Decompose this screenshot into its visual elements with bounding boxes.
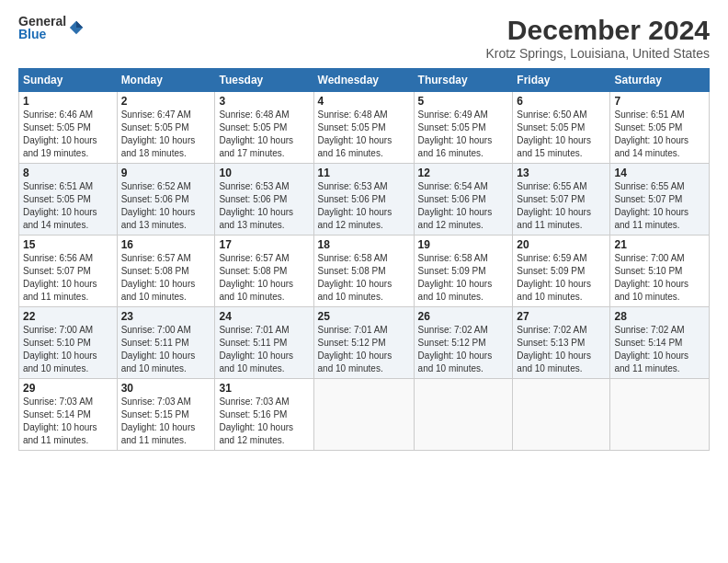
table-row: 6 Sunrise: 6:50 AMSunset: 5:05 PMDayligh…: [513, 92, 610, 164]
day-number: 5: [418, 95, 509, 108]
day-number: 29: [23, 382, 113, 395]
day-number: 14: [614, 167, 705, 179]
day-number: 16: [121, 238, 211, 251]
day-number: 11: [318, 167, 410, 179]
table-row: 9 Sunrise: 6:52 AMSunset: 5:06 PMDayligh…: [117, 164, 215, 236]
day-number: 17: [219, 238, 309, 251]
table-row: 22 Sunrise: 7:00 AMSunset: 5:10 PMDaylig…: [19, 307, 118, 379]
calendar-week-4: 22 Sunrise: 7:00 AMSunset: 5:10 PMDaylig…: [19, 307, 710, 379]
table-row: [313, 379, 414, 451]
table-row: 14 Sunrise: 6:55 AMSunset: 5:07 PMDaylig…: [610, 164, 710, 236]
calendar-week-5: 29 Sunrise: 7:03 AMSunset: 5:14 PMDaylig…: [19, 379, 710, 451]
table-row: 28 Sunrise: 7:02 AMSunset: 5:14 PMDaylig…: [610, 307, 710, 379]
table-row: 1 Sunrise: 6:46 AMSunset: 5:05 PMDayligh…: [19, 92, 118, 164]
day-info: Sunrise: 7:00 AMSunset: 5:11 PMDaylight:…: [121, 325, 196, 373]
table-row: 25 Sunrise: 7:01 AMSunset: 5:12 PMDaylig…: [313, 307, 414, 379]
day-info: Sunrise: 6:59 AMSunset: 5:09 PMDaylight:…: [517, 253, 591, 302]
day-number: 1: [23, 95, 113, 108]
day-info: Sunrise: 7:02 AMSunset: 5:12 PMDaylight:…: [418, 325, 493, 373]
day-number: 12: [418, 167, 509, 179]
header-tuesday: Tuesday: [215, 69, 313, 92]
day-number: 3: [219, 95, 309, 108]
day-info: Sunrise: 6:53 AMSunset: 5:06 PMDaylight:…: [318, 181, 392, 230]
table-row: 19 Sunrise: 6:58 AMSunset: 5:09 PMDaylig…: [414, 236, 513, 307]
day-number: 21: [614, 238, 705, 251]
day-number: 24: [219, 310, 309, 323]
day-info: Sunrise: 7:02 AMSunset: 5:14 PMDaylight:…: [614, 325, 688, 373]
table-row: 13 Sunrise: 6:55 AMSunset: 5:07 PMDaylig…: [513, 164, 610, 236]
day-number: 25: [318, 310, 410, 323]
table-row: 24 Sunrise: 7:01 AMSunset: 5:11 PMDaylig…: [215, 307, 313, 379]
day-info: Sunrise: 6:57 AMSunset: 5:08 PMDaylight:…: [121, 253, 196, 302]
day-info: Sunrise: 6:49 AMSunset: 5:05 PMDaylight:…: [418, 109, 493, 158]
day-info: Sunrise: 7:03 AMSunset: 5:15 PMDaylight:…: [121, 396, 196, 445]
day-info: Sunrise: 7:00 AMSunset: 5:10 PMDaylight:…: [614, 253, 688, 302]
table-row: 29 Sunrise: 7:03 AMSunset: 5:14 PMDaylig…: [19, 379, 118, 451]
day-info: Sunrise: 6:52 AMSunset: 5:06 PMDaylight:…: [121, 181, 196, 230]
day-number: 28: [614, 310, 705, 323]
day-info: Sunrise: 6:48 AMSunset: 5:05 PMDaylight:…: [318, 109, 392, 158]
day-info: Sunrise: 6:51 AMSunset: 5:05 PMDaylight:…: [23, 181, 97, 230]
day-info: Sunrise: 6:58 AMSunset: 5:08 PMDaylight:…: [318, 253, 392, 302]
calendar-week-2: 8 Sunrise: 6:51 AMSunset: 5:05 PMDayligh…: [19, 164, 710, 236]
day-number: 7: [614, 95, 705, 108]
calendar-table: Sunday Monday Tuesday Wednesday Thursday…: [18, 68, 710, 451]
table-row: 3 Sunrise: 6:48 AMSunset: 5:05 PMDayligh…: [215, 92, 313, 164]
header-thursday: Thursday: [414, 69, 513, 92]
table-row: 4 Sunrise: 6:48 AMSunset: 5:05 PMDayligh…: [313, 92, 414, 164]
table-row: 2 Sunrise: 6:47 AMSunset: 5:05 PMDayligh…: [117, 92, 215, 164]
calendar-page: General Blue December 2024 Krotz Springs…: [0, 0, 728, 563]
day-number: 23: [121, 310, 211, 323]
logo-general: General: [18, 15, 66, 28]
day-number: 10: [219, 167, 309, 179]
table-row: 17 Sunrise: 6:57 AMSunset: 5:08 PMDaylig…: [215, 236, 313, 307]
table-row: 21 Sunrise: 7:00 AMSunset: 5:10 PMDaylig…: [610, 236, 710, 307]
header-row: Sunday Monday Tuesday Wednesday Thursday…: [19, 69, 710, 92]
day-number: 15: [23, 238, 113, 251]
table-row: 20 Sunrise: 6:59 AMSunset: 5:09 PMDaylig…: [513, 236, 610, 307]
day-number: 31: [219, 382, 309, 395]
table-row: 7 Sunrise: 6:51 AMSunset: 5:05 PMDayligh…: [610, 92, 710, 164]
day-info: Sunrise: 7:03 AMSunset: 5:14 PMDaylight:…: [23, 396, 97, 445]
day-info: Sunrise: 7:01 AMSunset: 5:11 PMDaylight:…: [219, 325, 293, 373]
calendar-week-3: 15 Sunrise: 6:56 AMSunset: 5:07 PMDaylig…: [19, 236, 710, 307]
logo-blue: Blue: [18, 28, 66, 40]
day-number: 20: [517, 238, 606, 251]
day-info: Sunrise: 6:56 AMSunset: 5:07 PMDaylight:…: [23, 253, 97, 302]
day-info: Sunrise: 6:46 AMSunset: 5:05 PMDaylight:…: [23, 109, 97, 158]
table-row: 10 Sunrise: 6:53 AMSunset: 5:06 PMDaylig…: [215, 164, 313, 236]
day-info: Sunrise: 6:48 AMSunset: 5:05 PMDaylight:…: [219, 109, 293, 158]
day-info: Sunrise: 6:57 AMSunset: 5:08 PMDaylight:…: [219, 253, 293, 302]
day-number: 4: [318, 95, 410, 108]
table-row: 8 Sunrise: 6:51 AMSunset: 5:05 PMDayligh…: [19, 164, 118, 236]
calendar-week-1: 1 Sunrise: 6:46 AMSunset: 5:05 PMDayligh…: [19, 92, 710, 164]
table-row: 23 Sunrise: 7:00 AMSunset: 5:11 PMDaylig…: [117, 307, 215, 379]
table-row: 11 Sunrise: 6:53 AMSunset: 5:06 PMDaylig…: [313, 164, 414, 236]
day-info: Sunrise: 7:02 AMSunset: 5:13 PMDaylight:…: [517, 325, 591, 373]
day-number: 26: [418, 310, 509, 323]
day-number: 8: [23, 167, 113, 179]
header-saturday: Saturday: [610, 69, 710, 92]
table-row: 12 Sunrise: 6:54 AMSunset: 5:06 PMDaylig…: [414, 164, 513, 236]
svg-marker-1: [76, 21, 83, 28]
header-friday: Friday: [513, 69, 610, 92]
page-subtitle: Krotz Springs, Louisiana, United States: [485, 46, 710, 61]
table-row: [414, 379, 513, 451]
header-monday: Monday: [117, 69, 215, 92]
table-row: 18 Sunrise: 6:58 AMSunset: 5:08 PMDaylig…: [313, 236, 414, 307]
day-info: Sunrise: 6:55 AMSunset: 5:07 PMDaylight:…: [614, 181, 688, 230]
title-block: December 2024 Krotz Springs, Louisiana, …: [485, 15, 710, 61]
day-number: 30: [121, 382, 211, 395]
day-info: Sunrise: 6:50 AMSunset: 5:05 PMDaylight:…: [517, 109, 591, 158]
table-row: 30 Sunrise: 7:03 AMSunset: 5:15 PMDaylig…: [117, 379, 215, 451]
table-row: 26 Sunrise: 7:02 AMSunset: 5:12 PMDaylig…: [414, 307, 513, 379]
header-wednesday: Wednesday: [313, 69, 414, 92]
logo-icon: [68, 19, 85, 36]
table-row: [513, 379, 610, 451]
day-number: 22: [23, 310, 113, 323]
logo: General Blue: [18, 15, 85, 40]
day-number: 6: [517, 95, 606, 108]
day-info: Sunrise: 6:47 AMSunset: 5:05 PMDaylight:…: [121, 109, 196, 158]
table-row: 31 Sunrise: 7:03 AMSunset: 5:16 PMDaylig…: [215, 379, 313, 451]
table-row: 15 Sunrise: 6:56 AMSunset: 5:07 PMDaylig…: [19, 236, 118, 307]
